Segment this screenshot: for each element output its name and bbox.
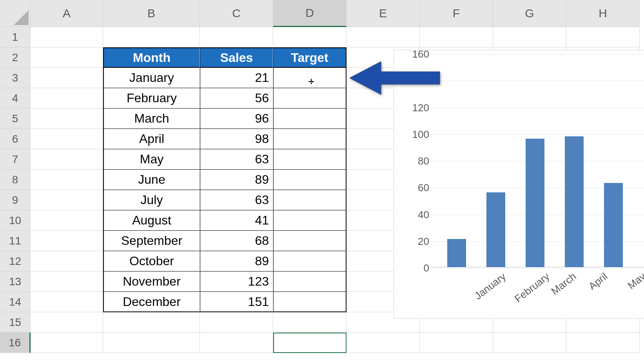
- row-header-4[interactable]: 4: [0, 88, 31, 109]
- column-header-C[interactable]: C: [200, 0, 273, 27]
- cell-D11[interactable]: [273, 231, 346, 251]
- cell-C6[interactable]: 98: [200, 129, 273, 149]
- column-header-F[interactable]: F: [420, 0, 493, 27]
- cell-B15[interactable]: [103, 312, 200, 333]
- cell-C5[interactable]: 96: [200, 109, 273, 129]
- row-header-3[interactable]: 3: [0, 68, 31, 88]
- chart-bar[interactable]: [447, 239, 466, 267]
- cell-E16[interactable]: [346, 333, 420, 353]
- cell-B6[interactable]: April: [103, 129, 200, 149]
- cell-A9[interactable]: [31, 190, 103, 210]
- cell-A10[interactable]: [31, 210, 103, 231]
- row-header-9[interactable]: 9: [0, 190, 31, 210]
- cell-A2[interactable]: [31, 47, 103, 68]
- cell-C16[interactable]: [200, 333, 273, 353]
- cell-B2[interactable]: Month: [103, 47, 200, 68]
- cell-C3[interactable]: 21: [200, 68, 273, 88]
- column-header-D[interactable]: D: [273, 0, 346, 27]
- cell-D3[interactable]: [273, 68, 346, 88]
- cell-D15[interactable]: [273, 312, 346, 333]
- cell-C13[interactable]: 123: [200, 272, 273, 292]
- cell-A4[interactable]: [31, 88, 103, 109]
- cell-C9[interactable]: 63: [200, 190, 273, 210]
- cell-D13[interactable]: [273, 272, 346, 292]
- row-header-6[interactable]: 6: [0, 129, 31, 149]
- row-header-8[interactable]: 8: [0, 170, 31, 190]
- cell-F16[interactable]: [420, 333, 493, 353]
- row-header-7[interactable]: 7: [0, 149, 31, 170]
- cell-A1[interactable]: [31, 27, 103, 47]
- row-header-14[interactable]: 14: [0, 292, 31, 312]
- cell-D16[interactable]: [273, 333, 346, 353]
- chart-bar[interactable]: [526, 139, 544, 267]
- cell-C7[interactable]: 63: [200, 149, 273, 170]
- cell-B10[interactable]: August: [103, 210, 200, 231]
- cell-D6[interactable]: [273, 129, 346, 149]
- cell-C1[interactable]: [200, 27, 273, 47]
- cell-B4[interactable]: February: [103, 88, 200, 109]
- cell-B16[interactable]: [103, 333, 200, 353]
- column-header-B[interactable]: B: [103, 0, 200, 27]
- cell-C10[interactable]: 41: [200, 210, 273, 231]
- row-header-11[interactable]: 11: [0, 231, 31, 251]
- row-header-16[interactable]: 16: [0, 333, 31, 353]
- row-header-15[interactable]: 15: [0, 312, 31, 333]
- chart-bar[interactable]: [486, 192, 505, 267]
- cell-D12[interactable]: [273, 251, 346, 272]
- cell-B3[interactable]: January: [103, 68, 200, 88]
- cell-C12[interactable]: 89: [200, 251, 273, 272]
- cell-H16[interactable]: [566, 333, 640, 353]
- column-header-A[interactable]: A: [31, 0, 103, 27]
- cell-B5[interactable]: March: [103, 109, 200, 129]
- cell-A14[interactable]: [31, 292, 103, 312]
- cell-A13[interactable]: [31, 272, 103, 292]
- cell-D4[interactable]: [273, 88, 346, 109]
- cell-A5[interactable]: [31, 109, 103, 129]
- row-header-13[interactable]: 13: [0, 272, 31, 292]
- cell-A16[interactable]: [31, 333, 103, 353]
- cell-G16[interactable]: [493, 333, 566, 353]
- cell-B9[interactable]: July: [103, 190, 200, 210]
- cell-B8[interactable]: June: [103, 170, 200, 190]
- cell-E1[interactable]: [346, 27, 420, 47]
- cell-A6[interactable]: [31, 129, 103, 149]
- cell-B1[interactable]: [103, 27, 200, 47]
- chart-bar[interactable]: [604, 183, 623, 267]
- cell-G1[interactable]: [493, 27, 566, 47]
- cell-D9[interactable]: [273, 190, 346, 210]
- cell-A12[interactable]: [31, 251, 103, 272]
- column-header-E[interactable]: E: [346, 0, 420, 27]
- cell-C8[interactable]: 89: [200, 170, 273, 190]
- column-header-H[interactable]: H: [566, 0, 640, 27]
- cell-C4[interactable]: 56: [200, 88, 273, 109]
- cell-C14[interactable]: 151: [200, 292, 273, 312]
- cell-F1[interactable]: [420, 27, 493, 47]
- row-header-10[interactable]: 10: [0, 210, 31, 231]
- cell-B11[interactable]: September: [103, 231, 200, 251]
- chart-bar[interactable]: [565, 136, 584, 267]
- cell-C15[interactable]: [200, 312, 273, 333]
- cell-B7[interactable]: May: [103, 149, 200, 170]
- select-all-corner[interactable]: [0, 0, 31, 27]
- cell-A7[interactable]: [31, 149, 103, 170]
- cell-D10[interactable]: [273, 210, 346, 231]
- row-header-1[interactable]: 1: [0, 27, 31, 47]
- row-header-5[interactable]: 5: [0, 109, 31, 129]
- cell-H1[interactable]: [566, 27, 640, 47]
- cell-D8[interactable]: [273, 170, 346, 190]
- row-header-2[interactable]: 2: [0, 47, 31, 68]
- cell-D14[interactable]: [273, 292, 346, 312]
- cell-C11[interactable]: 68: [200, 231, 273, 251]
- cell-A8[interactable]: [31, 170, 103, 190]
- column-header-G[interactable]: G: [493, 0, 566, 27]
- row-header-12[interactable]: 12: [0, 251, 31, 272]
- cell-B14[interactable]: December: [103, 292, 200, 312]
- cell-A15[interactable]: [31, 312, 103, 333]
- cell-A3[interactable]: [31, 68, 103, 88]
- cell-D5[interactable]: [273, 109, 346, 129]
- cell-D2[interactable]: Target: [273, 47, 346, 68]
- cell-D7[interactable]: [273, 149, 346, 170]
- cell-B13[interactable]: November: [103, 272, 200, 292]
- cell-A11[interactable]: [31, 231, 103, 251]
- cell-B12[interactable]: October: [103, 251, 200, 272]
